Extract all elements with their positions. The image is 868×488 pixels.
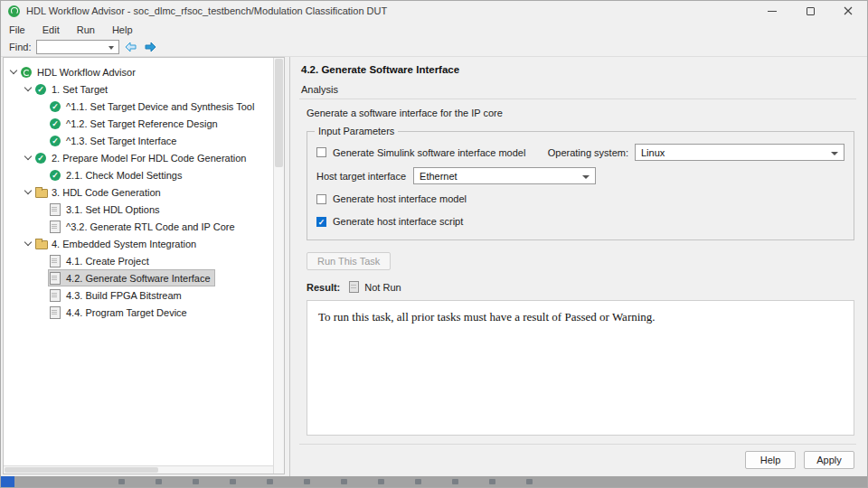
tree-item-label: 1. Set Target xyxy=(52,84,108,95)
passed-icon xyxy=(49,115,61,132)
taskbar-icon xyxy=(267,479,273,484)
host-target-interface-value: Ethernet xyxy=(420,171,458,182)
generate-host-script-label: Generate host interface script xyxy=(333,216,463,227)
find-next-button[interactable] xyxy=(142,40,157,55)
close-icon xyxy=(844,6,853,15)
taskbar-icons xyxy=(118,479,533,484)
find-previous-button[interactable] xyxy=(123,40,138,55)
chevron-down-icon[interactable] xyxy=(7,63,20,80)
tree-item-set-target[interactable]: 1. Set Target xyxy=(4,80,273,98)
tree-horizontal-scrollbar[interactable] xyxy=(4,465,273,474)
generate-host-script-checkbox[interactable] xyxy=(316,217,326,227)
run-this-task-button[interactable]: Run This Task xyxy=(307,252,391,270)
param-row-simulink-and-os: Generate Simulink software interface mod… xyxy=(316,144,844,161)
taskbar-icon xyxy=(489,479,495,484)
taskbar-icon xyxy=(415,479,421,484)
tree-item-check-model-settings[interactable]: 2.1. Check Model Settings xyxy=(4,166,273,183)
task-title: 4.2. Generate Software Interface xyxy=(301,64,856,75)
taskbar-sliver xyxy=(1,476,867,487)
tree-item-generate-rtl-code[interactable]: ^3.2. Generate RTL Code and IP Core xyxy=(4,218,273,235)
window-controls xyxy=(753,1,867,21)
param-row-host-interface-script: Generate host interface script xyxy=(316,213,844,230)
taskbar-icon xyxy=(341,479,347,484)
minimize-icon xyxy=(768,11,777,12)
run-row: Run This Task xyxy=(307,252,856,270)
scrollbar-thumb[interactable] xyxy=(5,467,158,473)
task-icon xyxy=(49,269,61,286)
taskbar-icon xyxy=(156,479,162,484)
workflow-tree: HDL Workflow Advisor 1. Set Target ^1.1.… xyxy=(4,58,273,474)
tree-item-label: ^3.2. Generate RTL Code and IP Core xyxy=(66,221,235,232)
analysis-section-label: Analysis xyxy=(301,84,856,95)
passed-icon xyxy=(34,80,47,98)
task-description: Generate a software interface for the IP… xyxy=(307,108,856,118)
task-icon xyxy=(49,286,61,304)
generate-simulink-model-label: Generate Simulink software interface mod… xyxy=(333,147,525,158)
chevron-down-icon[interactable] xyxy=(22,183,34,201)
tree-item-set-target-interface[interactable]: ^1.3. Set Target Interface xyxy=(4,132,273,149)
menu-edit[interactable]: Edit xyxy=(42,24,60,35)
tree-item-label: ^1.1. Set Target Device and Synthesis To… xyxy=(66,101,254,112)
result-row: Result: Not Run xyxy=(307,281,856,293)
maximize-button[interactable] xyxy=(791,1,829,21)
tree-item-program-target-device[interactable]: 4.4. Program Target Device xyxy=(4,304,273,321)
tree-item-create-project[interactable]: 4.1. Create Project xyxy=(4,252,273,269)
menubar: File Edit Run Help xyxy=(1,21,867,38)
input-parameters-title: Input Parameters xyxy=(315,126,398,136)
tree-item-hdl-code-generation[interactable]: 3. HDL Code Generation xyxy=(4,183,273,201)
taskbar-icon xyxy=(378,479,384,484)
titlebar: HDL Workflow Advisor - soc_dlmc_rfsoc_te… xyxy=(1,1,867,21)
hdl-workflow-advisor-window: HDL Workflow Advisor - soc_dlmc_rfsoc_te… xyxy=(0,0,868,488)
tree-item-root[interactable]: HDL Workflow Advisor xyxy=(4,63,273,80)
tree-item-label: 3. HDL Code Generation xyxy=(52,187,161,198)
tree-item-label: 2.1. Check Model Settings xyxy=(66,170,182,181)
param-row-host-interface-model: Generate host interface model xyxy=(316,191,844,207)
tree-item-set-target-device[interactable]: ^1.1. Set Target Device and Synthesis To… xyxy=(4,98,273,115)
chevron-down-icon[interactable] xyxy=(22,80,34,98)
tree-item-build-fpga-bitstream[interactable]: 4.3. Build FPGA Bitstream xyxy=(4,286,273,304)
passed-icon xyxy=(49,166,61,183)
menu-run[interactable]: Run xyxy=(77,24,95,35)
minimize-button[interactable] xyxy=(753,1,791,21)
tree-item-embedded-system-integration[interactable]: 4. Embedded System Integration xyxy=(4,235,273,252)
tree-item-generate-software-interface[interactable]: 4.2. Generate Software Interface xyxy=(4,269,273,286)
tree-item-prepare-model[interactable]: 2. Prepare Model For HDL Code Generation xyxy=(4,149,273,166)
task-detail-panel: 4.2. Generate Software Interface Analysi… xyxy=(289,57,867,476)
passed-icon xyxy=(49,98,61,115)
task-icon xyxy=(49,252,61,269)
result-label: Result: xyxy=(307,282,340,293)
operating-system-select[interactable]: Linux xyxy=(635,144,844,161)
main-area: HDL Workflow Advisor 1. Set Target ^1.1.… xyxy=(1,57,867,476)
task-icon xyxy=(49,201,61,218)
tree-item-label: 4. Embedded System Integration xyxy=(52,239,196,249)
tree-vertical-scrollbar[interactable] xyxy=(273,58,284,474)
generate-host-model-label: Generate host interface model xyxy=(333,193,467,204)
help-button[interactable]: Help xyxy=(745,451,796,469)
host-target-interface-label: Host target interface xyxy=(316,171,406,182)
advisor-icon xyxy=(20,63,33,80)
close-button[interactable] xyxy=(829,1,867,21)
task-icon xyxy=(49,304,61,321)
folder-icon xyxy=(34,183,47,201)
menu-help[interactable]: Help xyxy=(112,24,133,35)
scrollbar-thumb[interactable] xyxy=(275,59,283,167)
arrow-left-icon xyxy=(125,42,137,52)
taskbar-accent xyxy=(1,476,14,487)
taskbar-icon xyxy=(118,479,125,484)
tree-item-set-target-reference-design[interactable]: ^1.2. Set Target Reference Design xyxy=(4,115,273,132)
passed-icon xyxy=(34,149,47,166)
maximize-icon xyxy=(807,7,815,15)
arrow-right-icon xyxy=(144,42,156,52)
generate-simulink-model-checkbox[interactable] xyxy=(316,147,326,157)
generate-host-model-checkbox[interactable] xyxy=(316,194,326,204)
tree-item-label: 4.1. Create Project xyxy=(66,256,149,267)
apply-button[interactable]: Apply xyxy=(804,451,854,469)
menu-file[interactable]: File xyxy=(9,24,25,35)
chevron-down-icon[interactable] xyxy=(22,235,34,252)
folder-icon xyxy=(34,235,47,252)
host-target-interface-select[interactable]: Ethernet xyxy=(413,167,596,184)
tree-item-set-hdl-options[interactable]: 3.1. Set HDL Options xyxy=(4,201,273,218)
find-input[interactable] xyxy=(36,40,119,54)
operating-system-label: Operating system: xyxy=(548,147,628,158)
chevron-down-icon[interactable] xyxy=(22,149,34,166)
